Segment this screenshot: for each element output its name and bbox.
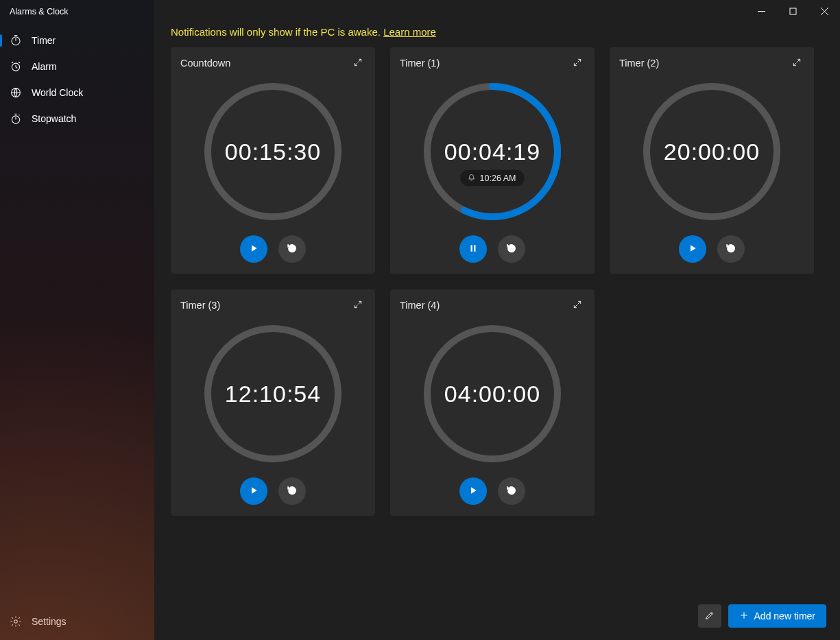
stopwatch-icon [10, 112, 22, 125]
timer-name: Timer (1) [400, 58, 440, 69]
svg-point-6 [208, 86, 338, 217]
svg-point-13 [427, 329, 557, 459]
sidebar-item-label: Timer [32, 35, 56, 46]
app-title: Alarms & Clock [0, 0, 154, 27]
play-button[interactable] [240, 235, 267, 263]
timer-grid: Countdown00:15:30Timer (1)00:04:1910:26 … [154, 47, 840, 516]
timer-name: Timer (4) [400, 300, 440, 311]
add-new-timer-label: Add new timer [754, 611, 815, 621]
timer-eta: 10:26 AM [480, 174, 516, 183]
window-maximize-button[interactable] [777, 0, 808, 22]
sidebar: Alarms & Clock Timer Alarm W [0, 0, 154, 640]
bell-icon [468, 173, 476, 183]
expand-icon [353, 58, 363, 69]
reset-button[interactable] [498, 235, 525, 263]
expand-icon [573, 300, 582, 311]
sidebar-item-label: World Clock [32, 87, 83, 98]
reset-icon [287, 485, 298, 498]
gear-icon [10, 615, 22, 628]
sidebar-item-alarm[interactable]: Alarm [0, 54, 154, 80]
plus-icon [739, 611, 749, 622]
svg-point-12 [208, 329, 338, 459]
timer-card: Countdown00:15:30 [171, 47, 375, 274]
timer-icon [10, 34, 22, 47]
play-icon [249, 486, 259, 497]
sidebar-item-label: Stopwatch [32, 113, 76, 124]
learn-more-link[interactable]: Learn more [383, 26, 436, 38]
svg-point-11 [647, 86, 777, 217]
sidebar-item-settings[interactable]: Settings [0, 607, 154, 640]
expand-icon [353, 300, 363, 311]
reset-button[interactable] [278, 235, 306, 263]
reset-button[interactable] [498, 477, 525, 505]
expand-icon [792, 58, 802, 69]
play-button[interactable] [679, 235, 706, 263]
reset-button[interactable] [278, 477, 306, 505]
play-icon [688, 244, 697, 255]
play-button[interactable] [240, 477, 267, 505]
main-content: Notifications will only show if the PC i… [154, 0, 840, 640]
expand-button[interactable] [350, 56, 365, 71]
world-clock-icon [10, 86, 22, 99]
timer-card: Timer (1)00:04:1910:26 AM [390, 47, 595, 274]
expand-icon [573, 58, 582, 69]
edit-timers-button[interactable] [698, 604, 721, 628]
pause-button[interactable] [459, 235, 487, 263]
svg-rect-10 [474, 245, 475, 251]
reset-button[interactable] [717, 235, 745, 263]
window-close-button[interactable] [808, 0, 840, 22]
expand-button[interactable] [570, 298, 585, 313]
window-minimize-button[interactable] [745, 0, 777, 22]
timer-name: Countdown [180, 58, 230, 69]
sidebar-item-stopwatch[interactable]: Stopwatch [0, 106, 154, 132]
timer-card: Timer (4)04:00:00 [390, 289, 595, 516]
footer-actions: Add new timer [698, 604, 826, 628]
reset-icon [506, 243, 517, 256]
alarm-icon [10, 60, 22, 73]
timer-card: Timer (2)20:00:00 [610, 47, 814, 274]
expand-button[interactable] [570, 56, 585, 71]
svg-point-4 [14, 620, 18, 624]
sidebar-item-world-clock[interactable]: World Clock [0, 80, 154, 106]
timer-name: Timer (2) [619, 58, 659, 69]
svg-rect-5 [790, 8, 796, 14]
reset-icon [506, 485, 517, 498]
add-new-timer-button[interactable]: Add new timer [728, 604, 826, 628]
timer-eta-badge: 10:26 AM [460, 169, 525, 187]
nav: Timer Alarm World Clock St [0, 27, 154, 132]
notification-text: Notifications will only show if the PC i… [171, 26, 383, 38]
play-icon [468, 486, 478, 497]
pause-icon [468, 244, 478, 255]
reset-icon [287, 243, 298, 256]
pencil-icon [704, 610, 715, 623]
expand-button[interactable] [789, 56, 804, 71]
expand-button[interactable] [350, 298, 365, 313]
notification-banner: Notifications will only show if the PC i… [154, 22, 840, 47]
settings-label: Settings [32, 616, 67, 627]
sidebar-item-timer[interactable]: Timer [0, 27, 154, 54]
window-titlebar [154, 0, 840, 22]
timer-name: Timer (3) [180, 300, 220, 311]
play-button[interactable] [459, 477, 487, 505]
timer-card: Timer (3)12:10:54 [171, 289, 375, 516]
sidebar-item-label: Alarm [32, 61, 57, 72]
play-icon [249, 244, 259, 255]
svg-rect-9 [471, 245, 472, 251]
reset-icon [725, 243, 736, 256]
